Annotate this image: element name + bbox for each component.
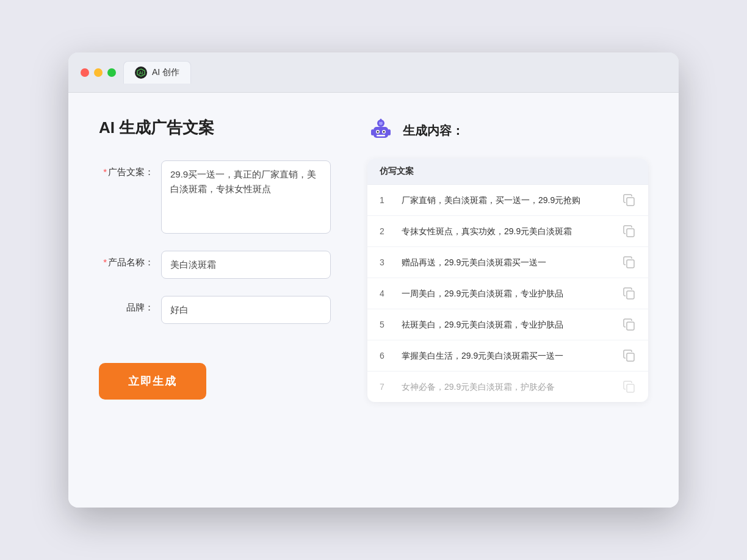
copy-icon[interactable] bbox=[622, 380, 636, 393]
table-header: 仿写文案 bbox=[367, 159, 648, 185]
result-text: 赠品再送，29.9元美白淡斑霜买一送一 bbox=[402, 256, 613, 269]
title-bar: AI AI 创作 bbox=[68, 52, 679, 93]
result-number: 6 bbox=[380, 351, 392, 361]
result-number: 2 bbox=[380, 226, 392, 236]
traffic-lights bbox=[81, 68, 116, 77]
product-name-label: *产品名称： bbox=[99, 251, 154, 268]
result-text: 一周美白，29.9元美白淡斑霜，专业护肤品 bbox=[402, 287, 613, 300]
result-text: 专抹女性斑点，真实功效，29.9元美白淡斑霜 bbox=[402, 225, 613, 238]
brand-row: 品牌： bbox=[99, 296, 331, 324]
svg-rect-17 bbox=[627, 291, 634, 299]
svg-point-13 bbox=[380, 119, 382, 121]
result-text: 掌握美白生活，29.9元美白淡斑霜买一送一 bbox=[402, 350, 613, 362]
required-star-2: * bbox=[103, 257, 107, 267]
result-table: 仿写文案 1 厂家直销，美白淡斑霜，买一送一，29.9元抢购 2 专抹女性斑点，… bbox=[367, 159, 648, 402]
result-number: 3 bbox=[380, 257, 392, 267]
svg-rect-5 bbox=[371, 129, 374, 135]
copy-icon[interactable] bbox=[622, 193, 636, 207]
svg-point-9 bbox=[377, 131, 379, 133]
product-name-input[interactable] bbox=[161, 251, 331, 279]
svg-rect-18 bbox=[627, 322, 634, 330]
copy-icon[interactable] bbox=[622, 318, 636, 331]
svg-rect-19 bbox=[627, 353, 634, 361]
brand-label: 品牌： bbox=[99, 296, 154, 314]
result-item: 1 厂家直销，美白淡斑霜，买一送一，29.9元抢购 bbox=[367, 185, 648, 216]
right-panel: 生成内容： 仿写文案 1 厂家直销，美白淡斑霜，买一送一，29.9元抢购 2 专… bbox=[367, 117, 648, 483]
browser-window: AI AI 创作 AI 生成广告文案 *广告文案： 29.9买一送一，真正的厂家… bbox=[68, 52, 679, 508]
result-number: 4 bbox=[380, 289, 392, 298]
left-panel: AI 生成广告文案 *广告文案： 29.9买一送一，真正的厂家直销，美白淡斑霜，… bbox=[99, 117, 331, 483]
result-item: 7 女神必备，29.9元美白淡斑霜，护肤必备 bbox=[367, 372, 648, 402]
copy-icon[interactable] bbox=[622, 224, 636, 238]
result-number: 5 bbox=[380, 320, 392, 329]
result-item: 6 掌握美白生活，29.9元美白淡斑霜买一送一 bbox=[367, 340, 648, 372]
generate-button[interactable]: 立即生成 bbox=[99, 363, 206, 400]
ad-copy-label: *广告文案： bbox=[99, 160, 154, 178]
svg-rect-11 bbox=[377, 135, 385, 137]
svg-rect-6 bbox=[388, 129, 391, 135]
svg-text:AI: AI bbox=[139, 71, 143, 75]
ai-creation-tab[interactable]: AI AI 创作 bbox=[123, 61, 191, 84]
copy-icon[interactable] bbox=[622, 287, 636, 300]
svg-point-10 bbox=[383, 131, 385, 133]
close-button[interactable] bbox=[81, 68, 89, 77]
result-item: 4 一周美白，29.9元美白淡斑霜，专业护肤品 bbox=[367, 278, 648, 309]
minimize-button[interactable] bbox=[94, 68, 103, 77]
product-name-row: *产品名称： bbox=[99, 251, 331, 279]
page-title: AI 生成广告文案 bbox=[99, 117, 331, 138]
ai-tab-icon: AI bbox=[135, 66, 147, 79]
result-text: 女神必备，29.9元美白淡斑霜，护肤必备 bbox=[402, 381, 613, 393]
result-number: 7 bbox=[380, 382, 392, 392]
brand-input[interactable] bbox=[161, 296, 331, 324]
result-header: 生成内容： bbox=[367, 117, 648, 144]
result-text: 厂家直销，美白淡斑霜，买一送一，29.9元抢购 bbox=[402, 194, 613, 207]
result-title: 生成内容： bbox=[403, 123, 464, 139]
copy-icon[interactable] bbox=[622, 349, 636, 362]
svg-rect-14 bbox=[627, 198, 634, 206]
ad-copy-row: *广告文案： 29.9买一送一，真正的厂家直销，美白淡斑霜，专抹女性斑点 bbox=[99, 160, 331, 234]
svg-rect-20 bbox=[627, 384, 634, 392]
main-content: AI 生成广告文案 *广告文案： 29.9买一送一，真正的厂家直销，美白淡斑霜，… bbox=[68, 93, 679, 508]
svg-rect-15 bbox=[627, 229, 634, 237]
robot-icon bbox=[367, 117, 394, 144]
svg-rect-16 bbox=[627, 260, 634, 268]
results-container: 1 厂家直销，美白淡斑霜，买一送一，29.9元抢购 2 专抹女性斑点，真实功效，… bbox=[367, 185, 648, 402]
ad-copy-input[interactable]: 29.9买一送一，真正的厂家直销，美白淡斑霜，专抹女性斑点 bbox=[161, 160, 331, 234]
maximize-button[interactable] bbox=[107, 68, 116, 77]
tab-label: AI 创作 bbox=[152, 67, 179, 78]
copy-icon[interactable] bbox=[622, 256, 636, 269]
result-text: 祛斑美白，29.9元美白淡斑霜，专业护肤品 bbox=[402, 318, 613, 331]
required-star-1: * bbox=[103, 167, 107, 177]
result-number: 1 bbox=[380, 195, 392, 205]
result-item: 5 祛斑美白，29.9元美白淡斑霜，专业护肤品 bbox=[367, 309, 648, 340]
result-item: 3 赠品再送，29.9元美白淡斑霜买一送一 bbox=[367, 247, 648, 278]
result-item: 2 专抹女性斑点，真实功效，29.9元美白淡斑霜 bbox=[367, 216, 648, 247]
